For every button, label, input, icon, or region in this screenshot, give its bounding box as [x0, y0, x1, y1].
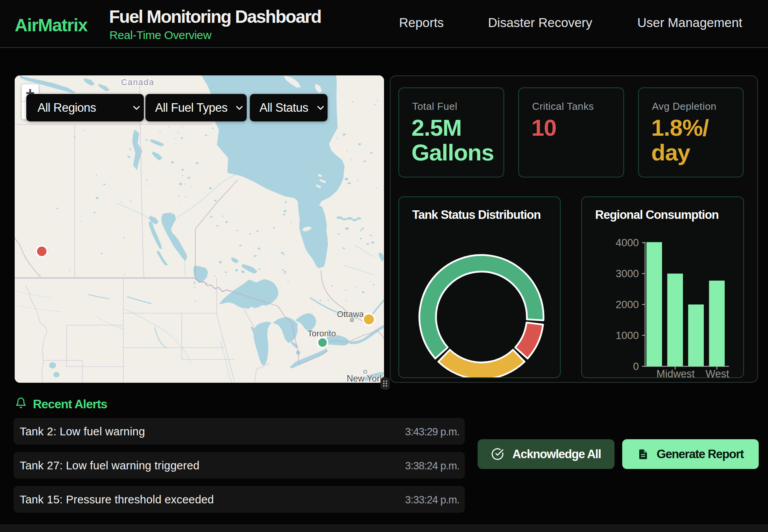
svg-text:4000: 4000 — [616, 237, 639, 249]
svg-text:West: West — [705, 368, 729, 377]
svg-text:3000: 3000 — [616, 268, 639, 280]
svg-text:0: 0 — [633, 361, 639, 372]
svg-text:New York: New York — [346, 373, 384, 383]
svg-text:Ottawa: Ottawa — [337, 309, 364, 319]
svg-text:Canada: Canada — [121, 77, 154, 87]
svg-text:2000: 2000 — [616, 299, 639, 310]
svg-text:Midwest: Midwest — [656, 368, 695, 377]
svg-text:1000: 1000 — [616, 330, 639, 341]
